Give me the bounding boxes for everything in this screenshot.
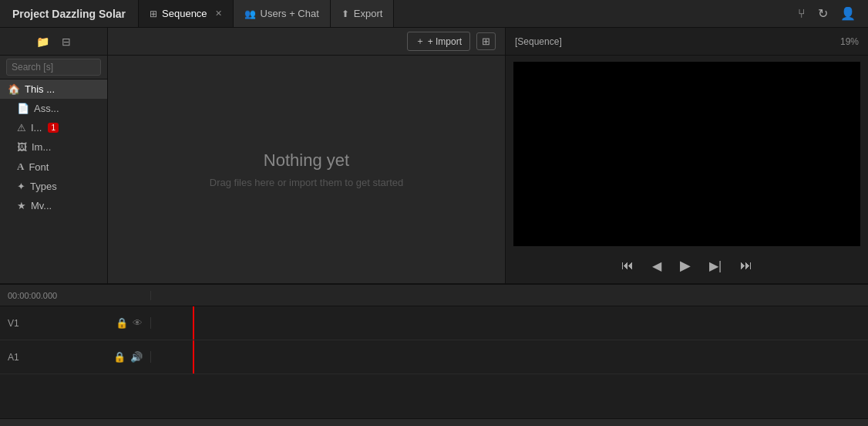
issues-badge: 1 [48, 123, 59, 133]
empty-state: Nothing yet Drag files here or import th… [108, 56, 505, 283]
sidebar: 📁 ⊟ 🏠 This ... 📄 Ass... ⚠ I... 1 🖼 Im...… [0, 28, 108, 283]
preview-controls: ⏮ ◀ ▶ ▶| ⏭ [506, 251, 868, 283]
search-input[interactable] [6, 59, 101, 76]
font-icon: A [17, 161, 24, 173]
fork-icon[interactable]: ⑂ [795, 4, 809, 24]
a1-label: A1 [8, 352, 19, 363]
tab-sequence[interactable]: ⊞ Sequence ✕ [139, 0, 234, 27]
track-content-v1[interactable] [151, 306, 868, 340]
timeline-scrollbar[interactable] [0, 418, 868, 426]
preview-video [513, 62, 860, 246]
center-panel: ＋ + Import ⊞ Nothing yet Drag files here… [108, 28, 506, 283]
export-tab-icon: ⬆ [341, 8, 349, 19]
account-icon[interactable]: 👤 [837, 3, 859, 24]
preview-header: [Sequence] 19% [506, 28, 868, 56]
a1-audio-icon[interactable]: 🔊 [130, 351, 143, 363]
play-button[interactable]: ▶ [677, 255, 694, 276]
grid-view-button[interactable]: ⊞ [476, 32, 496, 50]
tab-export[interactable]: ⬆ Export [331, 0, 395, 27]
track-label-a1: A1 🔒 🔊 [0, 351, 151, 363]
skip-back-button[interactable]: ⏮ [618, 257, 637, 274]
timeline-track-label-header: 00:00:00.000 [0, 291, 151, 300]
track-row-v1: V1 🔒 👁 [0, 306, 868, 340]
timeline-start-timecode: 00:00:00.000 [8, 291, 57, 300]
v1-label: V1 [8, 318, 19, 329]
sidebar-item-images[interactable]: 🖼 Im... [9, 137, 107, 157]
layers-icon[interactable]: ⊟ [59, 32, 74, 51]
sidebar-item-this[interactable]: 🏠 This ... [0, 79, 107, 99]
tab-close-sequence[interactable]: ✕ [215, 8, 222, 19]
track-row-a1: A1 🔒 🔊 [0, 340, 868, 374]
top-bar: Project Dazzling Solar ⊞ Sequence ✕ 👥 Us… [0, 0, 868, 28]
zoom-label: 19% [840, 36, 859, 47]
sidebar-item-issues[interactable]: ⚠ I... 1 [9, 118, 107, 137]
skip-forward-button[interactable]: ⏭ [737, 257, 755, 274]
empty-subtitle: Drag files here or import them to get st… [210, 177, 403, 188]
a1-lock-icon[interactable]: 🔒 [113, 351, 126, 363]
timeline: 00:00:00.000 00:00:00.000 00:00:10.000 V… [0, 283, 868, 426]
center-toolbar: ＋ + Import ⊞ [108, 28, 505, 56]
tab-users-chat[interactable]: 👥 Users + Chat [234, 0, 331, 27]
sidebar-item-assets[interactable]: 📄 Ass... [9, 99, 107, 118]
a1-playhead [193, 340, 194, 374]
preview-panel: [Sequence] 19% ⏮ ◀ ▶ ▶| ⏭ [506, 28, 868, 283]
home-icon: 🏠 [8, 83, 20, 95]
v1-visibility-icon[interactable]: 👁 [133, 317, 143, 329]
v1-lock-icon[interactable]: 🔒 [116, 317, 128, 329]
sequence-label: [Sequence] [515, 36, 562, 47]
file-icon: 📄 [17, 103, 29, 114]
a1-icons: 🔒 🔊 [113, 351, 143, 363]
sidebar-item-my[interactable]: ★ Mv... [9, 196, 107, 215]
sidebar-toolbar: 📁 ⊟ [0, 28, 107, 56]
types-icon: ✦ [17, 181, 25, 192]
step-forward-button[interactable]: ▶| [706, 257, 725, 275]
top-right-controls: ⑂ ↻ 👤 [786, 3, 868, 24]
track-content-a1[interactable] [151, 340, 868, 374]
star-icon: ★ [17, 200, 26, 211]
import-button[interactable]: ＋ + Import [407, 32, 470, 51]
folder-icon[interactable]: 📁 [33, 32, 52, 51]
timeline-tracks: V1 🔒 👁 A1 🔒 🔊 [0, 306, 868, 418]
main-area: 📁 ⊟ 🏠 This ... 📄 Ass... ⚠ I... 1 🖼 Im...… [0, 28, 868, 283]
track-label-v1: V1 🔒 👁 [0, 317, 151, 329]
image-icon: 🖼 [17, 141, 27, 153]
step-back-button[interactable]: ◀ [649, 257, 664, 275]
sequence-tab-icon: ⊞ [150, 8, 157, 19]
import-plus-icon: ＋ [415, 35, 425, 48]
project-title: Project Dazzling Solar [0, 0, 139, 27]
sidebar-item-types[interactable]: ✦ Types [9, 177, 107, 196]
empty-title: Nothing yet [264, 150, 349, 171]
v1-playhead [193, 306, 194, 340]
sidebar-item-font[interactable]: A Font [9, 157, 107, 177]
warning-icon: ⚠ [17, 122, 26, 134]
refresh-icon[interactable]: ↻ [815, 3, 831, 24]
timeline-ruler: 00:00:00.000 00:00:00.000 00:00:10.000 [0, 285, 868, 306]
users-tab-icon: 👥 [244, 8, 256, 19]
search-bar [0, 56, 107, 79]
v1-icons: 🔒 👁 [116, 317, 143, 329]
